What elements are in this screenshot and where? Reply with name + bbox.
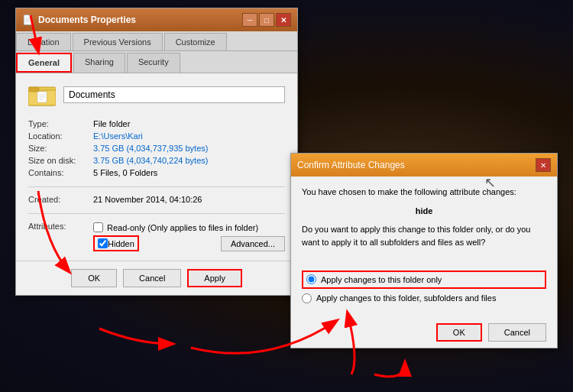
properties-title: Documents Properties <box>38 15 242 25</box>
attributes-options: Read-only (Only applies to files in fold… <box>93 220 285 251</box>
confirm-message1: You have chosen to make the following at… <box>302 186 546 199</box>
tabs-row-1: Location Previous Versions Customize <box>16 31 297 51</box>
readonly-row: Read-only (Only applies to files in fold… <box>93 222 285 232</box>
location-link[interactable]: E:\Users\Kari <box>93 131 143 141</box>
separator-2 <box>28 213 285 214</box>
readonly-checkbox[interactable] <box>93 222 103 232</box>
tab-previous-versions[interactable]: Previous Versions <box>73 33 163 50</box>
created-table: Created: 21 November 2014, 04:10:26 <box>28 193 285 206</box>
confirm-attribute: hide <box>302 205 546 218</box>
created-value: 21 November 2014, 04:10:26 <box>93 193 285 206</box>
titlebar-buttons: ─ □ ✕ <box>242 13 291 27</box>
confirm-dialog: Confirm Attribute Changes ✕ You have cho… <box>290 153 558 348</box>
properties-titlebar: 📄 Documents Properties ─ □ ✕ <box>16 8 297 31</box>
confirm-close-button[interactable]: ✕ <box>536 158 551 172</box>
close-button[interactable]: ✕ <box>276 13 291 27</box>
cancel-button[interactable]: Cancel <box>123 269 181 287</box>
cursor-icon: ↖ <box>484 174 496 191</box>
radio-subfolders-input[interactable] <box>302 293 312 303</box>
separator-1 <box>28 186 285 187</box>
confirm-content: You have chosen to make the following at… <box>291 177 557 317</box>
radio-folder-only: Apply changes to this folder only <box>302 271 546 290</box>
size-disk-link[interactable]: 3.75 GB (4,034,740,224 bytes) <box>93 156 208 165</box>
attributes-label: Attributes: <box>28 220 93 231</box>
size-label: Size: <box>28 142 93 154</box>
hidden-checkbox[interactable] <box>98 238 108 248</box>
size-disk-label: Size on disk: <box>28 154 93 167</box>
contains-value: 5 Files, 0 Folders <box>93 167 285 179</box>
confirm-ok-button[interactable]: OK <box>436 323 482 342</box>
size-link[interactable]: 3.75 GB (4,034,737,935 bytes) <box>93 144 208 153</box>
location-value: E:\Users\Kari <box>93 130 285 142</box>
radio-subfolders-label: Apply changes to this folder, subfolders… <box>316 292 496 305</box>
contains-label: Contains: <box>28 167 93 179</box>
confirm-message2: Do you want to apply this change to this… <box>302 223 546 248</box>
folder-icon <box>28 83 56 107</box>
created-label: Created: <box>28 193 93 206</box>
ok-button[interactable]: OK <box>71 269 117 287</box>
maximize-button[interactable]: □ <box>259 13 274 27</box>
type-label: Type: <box>28 118 93 130</box>
properties-title-icon: 📄 <box>22 15 34 25</box>
radio-subfolders: Apply changes to this folder, subfolders… <box>302 292 546 305</box>
size-value: 3.75 GB (4,034,737,935 bytes) <box>93 142 285 154</box>
hidden-row: Hidden Advanced... <box>93 235 285 251</box>
info-table: Type: File folder Location: E:\Users\Kar… <box>28 118 285 179</box>
properties-dialog: 📄 Documents Properties ─ □ ✕ Location Pr… <box>15 8 298 296</box>
tabs-row-2: General Sharing Security <box>16 51 297 73</box>
tab-location[interactable]: Location <box>16 33 71 50</box>
svg-rect-2 <box>28 87 39 92</box>
dialog-content: Type: File folder Location: E:\Users\Kar… <box>16 73 297 261</box>
confirm-titlebar: Confirm Attribute Changes ✕ <box>291 154 557 177</box>
size-disk-value: 3.75 GB (4,034,740,224 bytes) <box>93 154 285 167</box>
tab-sharing[interactable]: Sharing <box>73 53 125 73</box>
confirm-title: Confirm Attribute Changes <box>297 160 405 170</box>
hidden-label: Hidden <box>108 239 134 248</box>
confirm-buttons: OK ↖ Cancel <box>291 317 557 348</box>
location-label: Location: <box>28 130 93 142</box>
readonly-label: Read-only (Only applies to files in fold… <box>107 223 258 232</box>
minimize-button[interactable]: ─ <box>242 13 257 27</box>
advanced-button[interactable]: Advanced... <box>221 236 285 251</box>
attributes-section: Attributes: Read-only (Only applies to f… <box>28 220 285 251</box>
tab-customize[interactable]: Customize <box>164 33 227 50</box>
radio-folder-only-input[interactable] <box>306 274 316 284</box>
folder-row <box>28 83 285 107</box>
apply-button[interactable]: Apply <box>187 269 242 287</box>
confirm-cancel-button[interactable]: Cancel <box>488 323 546 342</box>
tab-general[interactable]: General <box>16 53 72 73</box>
dialog-buttons: OK Cancel Apply <box>16 261 297 295</box>
confirm-titlebar-buttons: ✕ <box>536 158 551 172</box>
folder-name-input[interactable] <box>63 86 285 103</box>
hidden-checkbox-wrapper: Hidden <box>93 235 139 251</box>
radio-folder-only-label: Apply changes to this folder only <box>321 274 442 287</box>
type-value: File folder <box>93 118 285 130</box>
tab-security[interactable]: Security <box>127 53 180 73</box>
